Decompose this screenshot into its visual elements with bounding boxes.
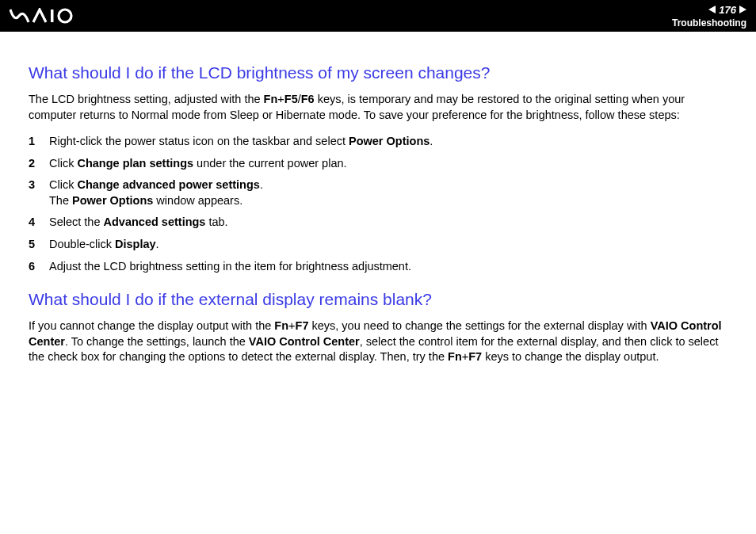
step-item: 1 Right-click the power status icon on t…	[29, 134, 727, 150]
next-page-icon[interactable]	[739, 6, 746, 13]
section2-heading: What should I do if the external display…	[29, 290, 727, 309]
step-item: 4 Select the Advanced settings tab.	[29, 215, 727, 231]
svg-rect-0	[51, 10, 54, 22]
page-nav[interactable]: 176	[672, 4, 746, 16]
header-right: 176 Troubleshooting	[672, 4, 746, 29]
step-item: 3 Click Change advanced power settings.T…	[29, 177, 727, 208]
page-number: 176	[719, 4, 736, 16]
section1-intro: The LCD brightness setting, adjusted wit…	[29, 92, 727, 123]
svg-point-1	[59, 10, 71, 22]
prev-page-icon[interactable]	[708, 6, 716, 13]
header-bar: 176 Troubleshooting	[0, 0, 756, 32]
step-item: 5 Double-click Display.	[29, 237, 727, 253]
section1-heading: What should I do if the LCD brightness o…	[29, 63, 727, 82]
section-label: Troubleshooting	[672, 17, 746, 29]
vaio-logo	[10, 0, 82, 32]
steps-list: 1 Right-click the power status icon on t…	[29, 134, 727, 274]
section2: What should I do if the external display…	[29, 290, 727, 365]
step-item: 6 Adjust the LCD brightness setting in t…	[29, 259, 727, 275]
content-area: What should I do if the LCD brightness o…	[0, 32, 756, 392]
section2-paragraph: If you cannot change the display output …	[29, 318, 727, 365]
step-item: 2 Click Change plan settings under the c…	[29, 156, 727, 172]
